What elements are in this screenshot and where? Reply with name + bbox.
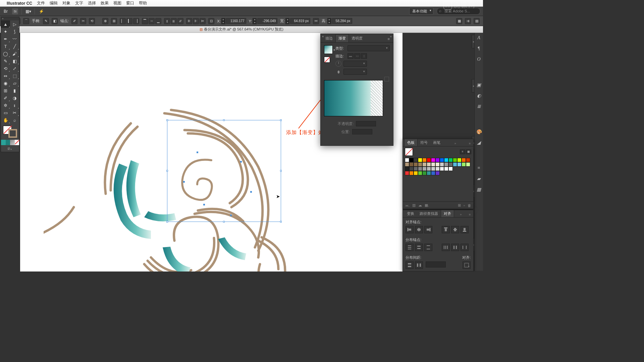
align-right-icon[interactable]: ▕ [133, 18, 139, 24]
menu-view[interactable]: 视图 [113, 0, 121, 6]
swatch-cell[interactable] [409, 171, 414, 175]
selection-bounding-box[interactable] [167, 120, 281, 222]
color2-icon[interactable] [6, 140, 10, 145]
swatch-cell[interactable] [431, 158, 435, 162]
vdist-icon2[interactable]: ⊩ [193, 18, 199, 24]
menu-help[interactable]: 帮助 [139, 0, 147, 6]
swatch-cell[interactable] [405, 158, 409, 162]
swatch-cell[interactable] [418, 158, 422, 162]
vdist-top-btn[interactable] [406, 244, 414, 251]
anchor-connect-icon[interactable]: ⟲ [89, 18, 95, 24]
swatch-cell[interactable] [409, 162, 414, 167]
swatch-cell[interactable] [409, 158, 414, 162]
layers-panel-icon[interactable]: ≣ [476, 103, 482, 109]
swatch-cell[interactable] [453, 158, 457, 162]
paintbrush-tool[interactable]: 🖌 [10, 50, 19, 57]
vdist-icon3[interactable]: ⊨ [200, 18, 206, 24]
align-vcenter-icon[interactable]: ─ [149, 18, 155, 24]
curvature-tool[interactable]: 〰 [10, 35, 19, 43]
eyedropper-tool[interactable]: ✐ [1, 94, 10, 102]
selection-tool[interactable]: ▲ [1, 20, 10, 28]
vspacing-btn[interactable] [406, 261, 414, 269]
location-input[interactable] [352, 129, 372, 134]
align-hcenter-btn[interactable] [415, 226, 423, 233]
isolate-icon[interactable]: ⊕ [102, 18, 108, 24]
color-guide-panel-icon[interactable]: ◢ [476, 139, 482, 145]
swatch-cell[interactable] [414, 171, 418, 175]
swatch-cell[interactable] [418, 171, 422, 175]
align-hcenter-icon[interactable]: ▎ [126, 18, 132, 24]
distribute-icon1[interactable]: ⫿ [164, 18, 170, 24]
align-left-btn[interactable] [406, 226, 414, 233]
gradient-ramp[interactable] [324, 80, 383, 116]
align-top-icon[interactable]: ▔ [142, 18, 148, 24]
tab-transform[interactable]: 变换 [404, 210, 417, 217]
swatch-cell[interactable] [405, 171, 409, 175]
convert-smooth-icon[interactable]: ⌒ [23, 18, 29, 24]
swatch-grid-view-icon[interactable]: ▦ [466, 149, 471, 154]
swatch-cell[interactable] [440, 162, 444, 167]
align-vcenter-btn[interactable] [451, 226, 459, 233]
swatch-cell[interactable] [448, 162, 453, 167]
swatch-cell[interactable] [466, 158, 470, 162]
swatch-cell[interactable] [444, 167, 448, 171]
panel-expand-icon[interactable]: » [459, 212, 463, 217]
swatch-cell[interactable] [435, 162, 440, 167]
swatch-cell[interactable] [414, 162, 418, 167]
handle-icon1[interactable]: ✎ [43, 18, 49, 24]
x-stepper[interactable]: ▴▾ [221, 18, 225, 24]
swatch-kind-icon[interactable]: ▥ [412, 203, 416, 207]
swatch-cell[interactable] [422, 171, 427, 175]
vdist-center-btn[interactable] [415, 244, 423, 251]
w-stepper[interactable]: ▴▾ [285, 18, 289, 24]
shaper-tool[interactable]: ✎ [1, 57, 10, 65]
rotate-tool[interactable]: ⟲ [1, 65, 10, 72]
gradient-none-swatch[interactable] [324, 57, 330, 63]
align-right-btn[interactable] [424, 226, 432, 233]
handle-icon2[interactable]: ◧ [52, 18, 58, 24]
magic-wand-tool[interactable]: ✦ [1, 28, 10, 35]
character-panel-icon[interactable]: A [476, 35, 482, 41]
zoom-tool[interactable]: ⌕ [10, 116, 19, 124]
swatch-fillstroke[interactable] [405, 148, 413, 156]
perspective-tool[interactable]: ▱ [10, 79, 19, 87]
new-colorgroup-icon[interactable]: ⊞ [458, 203, 461, 207]
tab-pathfinder[interactable]: 路径查找器 [417, 210, 441, 217]
distribute-icon2[interactable]: ⫼ [171, 18, 177, 24]
x-value[interactable]: 1160.177 [226, 18, 246, 24]
gradient-mode-icon[interactable] [10, 140, 15, 145]
free-transform-tool[interactable]: ⬚ [10, 72, 19, 79]
menu-object[interactable]: 对象 [62, 0, 70, 6]
tab-symbols[interactable]: 符号 [418, 139, 430, 146]
swatch-cell[interactable] [435, 167, 440, 171]
align-to-dropdown[interactable]: ▾ [463, 261, 471, 269]
swatch-cell[interactable] [444, 162, 448, 167]
swatch-cell[interactable] [414, 167, 418, 171]
eraser-tool[interactable]: ◧ [10, 57, 19, 65]
swatch-cell[interactable] [448, 167, 453, 171]
paragraph-panel-icon[interactable]: ¶ [476, 46, 482, 52]
spacing-value-input[interactable] [426, 261, 446, 267]
width-tool[interactable]: ⇔ [1, 72, 10, 79]
swatch-cell[interactable] [453, 162, 457, 167]
swatch-cell[interactable] [418, 162, 422, 167]
hspacing-btn[interactable] [415, 261, 423, 269]
anchor-remove-icon[interactable]: ✐ [71, 18, 77, 24]
reverse-gradient-icon[interactable] [384, 77, 389, 81]
hdist-right-btn[interactable] [461, 244, 469, 251]
shape-builder-tool[interactable]: ◉ [1, 79, 10, 87]
opacity-input[interactable] [356, 121, 376, 126]
gradient-swatch-preview[interactable] [324, 45, 333, 54]
app-name[interactable]: Illustrator CC [7, 1, 32, 6]
new-swatch-icon[interactable]: ▫ [464, 203, 465, 207]
panel-expand-tab-2[interactable]: ◂ [472, 79, 474, 93]
lasso-tool[interactable]: ⟆ [10, 28, 19, 35]
swatch-cell[interactable] [462, 158, 466, 162]
panel-expand-icon[interactable]: » [453, 141, 458, 146]
panel-menu-icon[interactable]: ▤ [474, 18, 480, 24]
tab-brushes[interactable]: 画笔 [430, 139, 443, 146]
grid-align-icon[interactable]: ⊞ [111, 18, 117, 24]
w-value[interactable]: 64.819 px [290, 18, 310, 24]
swatch-cell[interactable] [422, 162, 427, 167]
swatch-cell[interactable] [431, 167, 435, 171]
